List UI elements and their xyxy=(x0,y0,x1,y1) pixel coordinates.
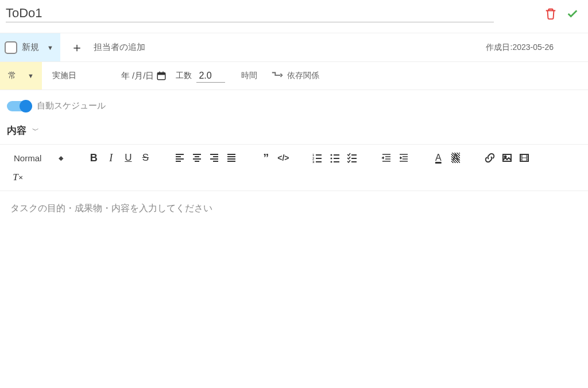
align-left-button[interactable] xyxy=(172,150,187,165)
video-button[interactable] xyxy=(517,150,532,165)
add-assignee-label: 担当者の追加 xyxy=(94,42,145,53)
meta-row-2: 常 ▼ 実施日 年 /月/日 工数 時間 依存関係 xyxy=(0,61,588,90)
svg-point-9 xyxy=(331,161,332,163)
dependency-button[interactable]: 依存関係 xyxy=(271,71,319,81)
trash-icon[interactable] xyxy=(544,7,557,20)
underline-button[interactable]: U xyxy=(121,150,136,165)
content-title: 内容 xyxy=(7,124,26,137)
editor-toolbar: Normal ◆ B I U S ” </> 123 A A T✕ xyxy=(0,144,588,191)
svg-text:3: 3 xyxy=(312,160,315,163)
status-label: 新規 xyxy=(22,42,39,53)
create-date-value: 2023-05-26 xyxy=(512,42,554,52)
heading-selector[interactable]: Normal ◆ xyxy=(10,153,67,163)
editor-placeholder: タスクの目的・成果物・内容を入力してください xyxy=(10,203,212,213)
content-header[interactable]: 内容 ﹀ xyxy=(0,122,588,144)
date-input[interactable]: 年 /月/日 xyxy=(121,71,167,82)
priority-selector[interactable]: 常 ▼ xyxy=(0,62,42,90)
toggle-knob xyxy=(20,100,32,112)
svg-point-7 xyxy=(331,154,332,156)
text-color-button[interactable]: A xyxy=(431,150,446,165)
exec-date-label: 実施日 xyxy=(42,71,87,81)
effort-input[interactable] xyxy=(196,69,225,83)
status-checkbox-icon xyxy=(5,41,17,54)
time-label: 時間 xyxy=(241,71,257,81)
add-assignee[interactable]: ＋ 担当者の追加 xyxy=(60,39,156,56)
svg-rect-1 xyxy=(158,73,166,75)
svg-point-8 xyxy=(331,158,332,160)
ordered-list-button[interactable]: 123 xyxy=(310,150,325,165)
create-date: 作成日:2023-05-26 xyxy=(486,42,554,53)
highlight-button[interactable]: A xyxy=(448,150,463,165)
plus-icon: ＋ xyxy=(71,39,83,56)
blockquote-button[interactable]: ” xyxy=(258,150,273,165)
caret-down-icon: ▼ xyxy=(28,72,34,79)
italic-button[interactable]: I xyxy=(103,150,118,165)
meta-row-1: 新規 ▼ ＋ 担当者の追加 作成日:2023-05-26 xyxy=(0,33,588,61)
status-selector[interactable]: 新規 ▼ xyxy=(0,33,60,61)
clear-format-button[interactable]: T✕ xyxy=(10,170,25,185)
title-actions xyxy=(544,7,579,20)
link-button[interactable] xyxy=(482,150,497,165)
code-block-button[interactable]: </> xyxy=(276,150,291,165)
check-list-button[interactable] xyxy=(345,150,359,165)
save-check-icon[interactable] xyxy=(566,7,579,20)
align-justify-button[interactable] xyxy=(224,150,239,165)
auto-schedule-label: 自動スケジュール xyxy=(37,100,106,111)
auto-schedule-toggle[interactable] xyxy=(7,101,31,111)
bullet-list-button[interactable] xyxy=(327,150,342,165)
effort-label: 工数 xyxy=(176,71,192,81)
date-placeholder: 年 /月/日 xyxy=(121,71,154,82)
auto-schedule-row: 自動スケジュール xyxy=(0,90,588,122)
align-right-button[interactable] xyxy=(207,150,222,165)
indent-button[interactable] xyxy=(396,150,411,165)
caret-down-icon: ▼ xyxy=(47,44,53,51)
chevron-down-icon: ﹀ xyxy=(32,126,39,135)
dependency-label: 依存関係 xyxy=(287,71,319,81)
strikethrough-button[interactable]: S xyxy=(138,150,153,165)
title-bar xyxy=(0,0,588,25)
create-date-label: 作成日: xyxy=(486,42,512,52)
title-input[interactable] xyxy=(6,5,494,22)
image-button[interactable] xyxy=(500,150,514,165)
editor-area[interactable]: タスクの目的・成果物・内容を入力してください xyxy=(0,191,588,340)
bold-button[interactable]: B xyxy=(86,150,101,165)
heading-label: Normal xyxy=(14,153,41,163)
calendar-icon xyxy=(156,71,167,81)
align-center-button[interactable] xyxy=(189,150,204,165)
dependency-icon xyxy=(271,71,284,81)
priority-label: 常 xyxy=(8,71,16,81)
outdent-button[interactable] xyxy=(379,150,394,165)
